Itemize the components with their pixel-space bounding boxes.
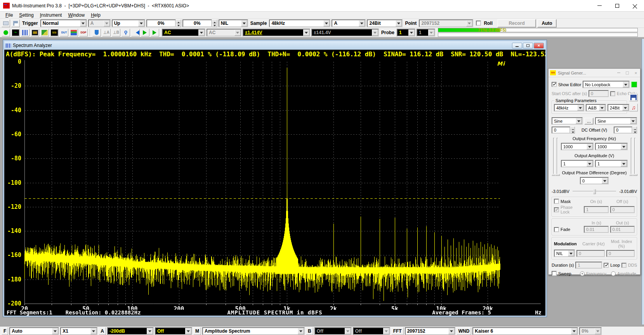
dc-offset-a-spinner[interactable]: 0 [552,127,575,134]
panel-close-button[interactable]: × [633,70,639,76]
spin-up-icon[interactable] [176,19,181,23]
spin-up-icon[interactable] [212,19,217,23]
spin-up-icon[interactable] [632,127,637,130]
sample-channel-select[interactable]: A [332,19,366,27]
child-minimize-button[interactable] [512,43,522,49]
mode-select[interactable]: Amplitude Spectrum [202,327,305,335]
slider-thumb[interactable] [633,174,637,176]
gen-bits-select[interactable]: 24Bit [608,104,629,111]
show-editor-checkbox[interactable] [552,82,557,87]
roll-checkbox-box[interactable] [476,21,481,26]
volume-slider-a-right[interactable] [631,138,632,175]
signal-generator-button[interactable]: ≈≈ [50,29,59,36]
menu-setting[interactable]: Setting [16,12,36,18]
trigger-delay-spinner[interactable]: 0% [182,19,217,27]
menu-instrument[interactable]: Instrument [37,12,65,18]
child-close-button[interactable]: × [534,43,544,49]
background-window-edge[interactable] [642,39,644,325]
dut-button[interactable]: DUT [60,29,68,36]
hpf-select[interactable]: NIL [219,19,248,27]
run-a-button[interactable] [141,29,149,36]
spectrum-plot[interactable] [4,58,545,310]
close-button[interactable] [626,0,644,12]
coupling-a-select[interactable]: AC [162,29,205,36]
panel-minimize-button[interactable] [616,70,621,76]
zoom-select[interactable]: X1 [60,327,97,335]
amplitude-a-select[interactable]: 1 [561,160,594,167]
trigger-level-value[interactable]: 0% [146,19,176,27]
minimize-button[interactable] [590,0,608,12]
ddp-viewer-button[interactable]: DDP [79,29,88,36]
waveform-b-select[interactable]: Sine [595,117,637,125]
window-function-select[interactable]: Kaiser 6 [472,327,578,335]
frequency-a-select[interactable]: 1000 [561,143,594,150]
maximize-button[interactable] [608,0,626,12]
waveform-more-button[interactable]: ... [584,118,594,125]
dc-offset-a-value[interactable]: 0 [552,127,570,134]
spin-up-icon[interactable] [570,127,575,130]
fft-size-select[interactable]: 2097152 [405,327,455,335]
spectrum-analyzer-button[interactable] [21,29,30,36]
balance-slider[interactable] [573,188,616,194]
sample-bits-select[interactable]: 24Bit [367,19,403,27]
panel-maximize-button[interactable] [625,70,630,76]
menu-file[interactable]: File [2,12,16,18]
modulation-type-select[interactable]: NIL [554,250,575,257]
spin-down-icon[interactable] [570,130,575,134]
auto-button[interactable]: Auto [537,19,557,28]
probe-calibration-button[interactable]: ⚲ [122,29,130,36]
dc-offset-b-spinner[interactable]: 0 [614,127,637,134]
loop-checkbox[interactable] [604,263,609,268]
run-hold-button[interactable] [2,29,10,36]
save-waveform-button[interactable] [629,94,638,101]
oscilloscope-button[interactable]: ~ [11,29,20,36]
waveform-a-select[interactable]: Sine [552,117,583,125]
range-a-select[interactable]: ±1.414V [243,29,310,36]
gen-channel-select[interactable]: A&B [586,104,606,111]
freq-axis-select[interactable]: Auto [9,327,59,335]
trigger-delay-value[interactable]: 0% [182,19,212,27]
shift-a-select[interactable]: Off [155,327,192,335]
multimeter-button[interactable]: 88 [31,29,39,36]
roll-checkbox[interactable]: Roll [476,21,494,26]
spin-down-icon[interactable] [176,23,181,27]
frequency-b-select[interactable]: 1000 [595,143,628,150]
mask-checkbox[interactable] [554,199,559,204]
m-label: M [193,327,201,335]
signal-generator-titlebar[interactable]: ≈≈ Signal Gener... × [549,69,640,77]
chevron-down-icon [621,144,627,149]
slider-thumb[interactable] [593,189,596,194]
spectrum-analyzer-titlebar[interactable]: Spectrum Analyzer × [4,41,545,50]
menu-help[interactable]: Help [88,12,104,18]
probe-a-select[interactable]: 1 [397,29,415,36]
sound-device-button[interactable] [131,29,140,36]
save-button[interactable] [11,19,20,27]
sweep-checkbox[interactable] [552,271,557,276]
trigger-edge-select[interactable]: Up [112,19,145,27]
gen-rate-select[interactable]: 48kHz [554,104,584,111]
volume-slider-b-left[interactable] [557,138,558,175]
phase-select[interactable]: 0 [580,177,609,184]
run-b-button[interactable] [151,29,159,36]
spin-down-icon[interactable] [632,130,637,134]
child-maximize-button[interactable] [523,43,533,49]
open-file-button[interactable] [2,19,10,27]
generator-run-indicator[interactable] [631,82,637,87]
volume-slider-b-right[interactable] [634,138,635,175]
calibration-button[interactable] [92,29,101,36]
sample-rate-select[interactable]: 48kHz [269,19,330,27]
range-a-axis-select[interactable]: -200dB [107,327,154,335]
trigger-mode-select[interactable]: Normal [40,19,87,27]
slider-thumb[interactable] [555,174,560,176]
spin-down-icon[interactable] [212,23,217,27]
menu-window[interactable]: Window [65,12,88,18]
waveform-library-button[interactable]: ♫ [629,104,638,111]
device-test-plan-button[interactable] [40,29,49,36]
volume-slider-a-left[interactable] [553,138,554,175]
spectrum-3d-plot-button[interactable] [69,29,78,36]
fade-checkbox[interactable] [554,227,559,232]
amplitude-b-select[interactable]: 1 [595,160,628,167]
dc-offset-b-value[interactable]: 0 [614,127,632,134]
loopback-select[interactable]: No Loopback [583,81,630,88]
trigger-level-spinner[interactable]: 0% [146,19,181,27]
